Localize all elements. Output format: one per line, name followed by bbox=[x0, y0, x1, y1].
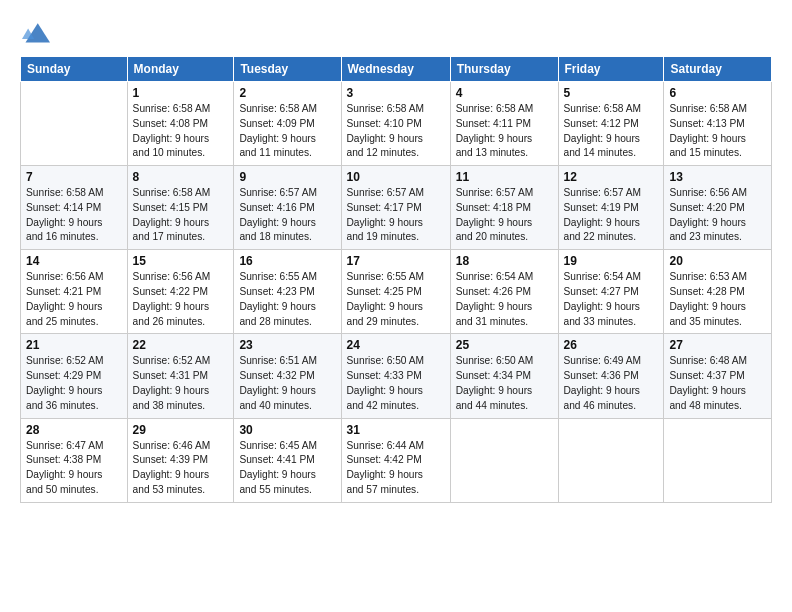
calendar-cell bbox=[664, 418, 772, 502]
calendar-cell: 7Sunrise: 6:58 AMSunset: 4:14 PMDaylight… bbox=[21, 166, 128, 250]
calendar-cell: 8Sunrise: 6:58 AMSunset: 4:15 PMDaylight… bbox=[127, 166, 234, 250]
day-info: Sunrise: 6:58 AMSunset: 4:08 PMDaylight:… bbox=[133, 102, 229, 161]
weekday-header: Saturday bbox=[664, 57, 772, 82]
day-number: 19 bbox=[564, 254, 659, 268]
calendar-cell: 13Sunrise: 6:56 AMSunset: 4:20 PMDayligh… bbox=[664, 166, 772, 250]
day-info: Sunrise: 6:52 AMSunset: 4:31 PMDaylight:… bbox=[133, 354, 229, 413]
calendar-cell: 15Sunrise: 6:56 AMSunset: 4:22 PMDayligh… bbox=[127, 250, 234, 334]
day-info: Sunrise: 6:45 AMSunset: 4:41 PMDaylight:… bbox=[239, 439, 335, 498]
calendar-cell: 16Sunrise: 6:55 AMSunset: 4:23 PMDayligh… bbox=[234, 250, 341, 334]
day-number: 8 bbox=[133, 170, 229, 184]
day-number: 7 bbox=[26, 170, 122, 184]
calendar-cell: 22Sunrise: 6:52 AMSunset: 4:31 PMDayligh… bbox=[127, 334, 234, 418]
day-info: Sunrise: 6:54 AMSunset: 4:27 PMDaylight:… bbox=[564, 270, 659, 329]
calendar-cell: 27Sunrise: 6:48 AMSunset: 4:37 PMDayligh… bbox=[664, 334, 772, 418]
day-number: 12 bbox=[564, 170, 659, 184]
day-info: Sunrise: 6:57 AMSunset: 4:19 PMDaylight:… bbox=[564, 186, 659, 245]
day-info: Sunrise: 6:58 AMSunset: 4:12 PMDaylight:… bbox=[564, 102, 659, 161]
day-number: 3 bbox=[347, 86, 445, 100]
day-info: Sunrise: 6:56 AMSunset: 4:21 PMDaylight:… bbox=[26, 270, 122, 329]
weekday-header: Monday bbox=[127, 57, 234, 82]
calendar-cell bbox=[558, 418, 664, 502]
calendar-cell: 18Sunrise: 6:54 AMSunset: 4:26 PMDayligh… bbox=[450, 250, 558, 334]
calendar-cell: 6Sunrise: 6:58 AMSunset: 4:13 PMDaylight… bbox=[664, 82, 772, 166]
calendar-cell: 21Sunrise: 6:52 AMSunset: 4:29 PMDayligh… bbox=[21, 334, 128, 418]
day-number: 27 bbox=[669, 338, 766, 352]
header bbox=[20, 18, 772, 46]
day-number: 30 bbox=[239, 423, 335, 437]
day-info: Sunrise: 6:50 AMSunset: 4:33 PMDaylight:… bbox=[347, 354, 445, 413]
day-number: 25 bbox=[456, 338, 553, 352]
day-number: 23 bbox=[239, 338, 335, 352]
day-info: Sunrise: 6:54 AMSunset: 4:26 PMDaylight:… bbox=[456, 270, 553, 329]
weekday-header: Wednesday bbox=[341, 57, 450, 82]
day-number: 11 bbox=[456, 170, 553, 184]
calendar-week-row: 7Sunrise: 6:58 AMSunset: 4:14 PMDaylight… bbox=[21, 166, 772, 250]
day-number: 26 bbox=[564, 338, 659, 352]
calendar-cell: 4Sunrise: 6:58 AMSunset: 4:11 PMDaylight… bbox=[450, 82, 558, 166]
calendar-cell bbox=[450, 418, 558, 502]
day-number: 22 bbox=[133, 338, 229, 352]
day-info: Sunrise: 6:55 AMSunset: 4:25 PMDaylight:… bbox=[347, 270, 445, 329]
day-number: 15 bbox=[133, 254, 229, 268]
day-info: Sunrise: 6:58 AMSunset: 4:10 PMDaylight:… bbox=[347, 102, 445, 161]
day-info: Sunrise: 6:50 AMSunset: 4:34 PMDaylight:… bbox=[456, 354, 553, 413]
day-info: Sunrise: 6:56 AMSunset: 4:22 PMDaylight:… bbox=[133, 270, 229, 329]
page: SundayMondayTuesdayWednesdayThursdayFrid… bbox=[0, 0, 792, 612]
calendar-cell: 30Sunrise: 6:45 AMSunset: 4:41 PMDayligh… bbox=[234, 418, 341, 502]
day-info: Sunrise: 6:57 AMSunset: 4:16 PMDaylight:… bbox=[239, 186, 335, 245]
day-info: Sunrise: 6:51 AMSunset: 4:32 PMDaylight:… bbox=[239, 354, 335, 413]
calendar-cell: 28Sunrise: 6:47 AMSunset: 4:38 PMDayligh… bbox=[21, 418, 128, 502]
day-number: 17 bbox=[347, 254, 445, 268]
day-number: 31 bbox=[347, 423, 445, 437]
calendar-cell: 10Sunrise: 6:57 AMSunset: 4:17 PMDayligh… bbox=[341, 166, 450, 250]
calendar-week-row: 28Sunrise: 6:47 AMSunset: 4:38 PMDayligh… bbox=[21, 418, 772, 502]
day-info: Sunrise: 6:56 AMSunset: 4:20 PMDaylight:… bbox=[669, 186, 766, 245]
weekday-header: Tuesday bbox=[234, 57, 341, 82]
calendar-cell: 3Sunrise: 6:58 AMSunset: 4:10 PMDaylight… bbox=[341, 82, 450, 166]
day-number: 1 bbox=[133, 86, 229, 100]
calendar-cell: 2Sunrise: 6:58 AMSunset: 4:09 PMDaylight… bbox=[234, 82, 341, 166]
logo bbox=[20, 18, 50, 46]
calendar-cell: 23Sunrise: 6:51 AMSunset: 4:32 PMDayligh… bbox=[234, 334, 341, 418]
calendar-cell: 5Sunrise: 6:58 AMSunset: 4:12 PMDaylight… bbox=[558, 82, 664, 166]
calendar-cell: 1Sunrise: 6:58 AMSunset: 4:08 PMDaylight… bbox=[127, 82, 234, 166]
day-number: 5 bbox=[564, 86, 659, 100]
day-info: Sunrise: 6:49 AMSunset: 4:36 PMDaylight:… bbox=[564, 354, 659, 413]
logo-icon bbox=[22, 18, 50, 46]
calendar-cell: 25Sunrise: 6:50 AMSunset: 4:34 PMDayligh… bbox=[450, 334, 558, 418]
day-info: Sunrise: 6:58 AMSunset: 4:15 PMDaylight:… bbox=[133, 186, 229, 245]
day-number: 2 bbox=[239, 86, 335, 100]
day-number: 29 bbox=[133, 423, 229, 437]
calendar-cell: 17Sunrise: 6:55 AMSunset: 4:25 PMDayligh… bbox=[341, 250, 450, 334]
day-info: Sunrise: 6:58 AMSunset: 4:14 PMDaylight:… bbox=[26, 186, 122, 245]
calendar-table: SundayMondayTuesdayWednesdayThursdayFrid… bbox=[20, 56, 772, 503]
calendar-cell: 31Sunrise: 6:44 AMSunset: 4:42 PMDayligh… bbox=[341, 418, 450, 502]
day-number: 4 bbox=[456, 86, 553, 100]
day-info: Sunrise: 6:53 AMSunset: 4:28 PMDaylight:… bbox=[669, 270, 766, 329]
calendar-week-row: 14Sunrise: 6:56 AMSunset: 4:21 PMDayligh… bbox=[21, 250, 772, 334]
weekday-header-row: SundayMondayTuesdayWednesdayThursdayFrid… bbox=[21, 57, 772, 82]
calendar-cell: 24Sunrise: 6:50 AMSunset: 4:33 PMDayligh… bbox=[341, 334, 450, 418]
day-info: Sunrise: 6:57 AMSunset: 4:17 PMDaylight:… bbox=[347, 186, 445, 245]
calendar-cell: 12Sunrise: 6:57 AMSunset: 4:19 PMDayligh… bbox=[558, 166, 664, 250]
day-info: Sunrise: 6:47 AMSunset: 4:38 PMDaylight:… bbox=[26, 439, 122, 498]
calendar-cell bbox=[21, 82, 128, 166]
day-number: 6 bbox=[669, 86, 766, 100]
calendar-cell: 9Sunrise: 6:57 AMSunset: 4:16 PMDaylight… bbox=[234, 166, 341, 250]
day-number: 9 bbox=[239, 170, 335, 184]
calendar-cell: 26Sunrise: 6:49 AMSunset: 4:36 PMDayligh… bbox=[558, 334, 664, 418]
calendar-cell: 14Sunrise: 6:56 AMSunset: 4:21 PMDayligh… bbox=[21, 250, 128, 334]
day-number: 21 bbox=[26, 338, 122, 352]
day-info: Sunrise: 6:44 AMSunset: 4:42 PMDaylight:… bbox=[347, 439, 445, 498]
calendar-cell: 20Sunrise: 6:53 AMSunset: 4:28 PMDayligh… bbox=[664, 250, 772, 334]
weekday-header: Thursday bbox=[450, 57, 558, 82]
day-info: Sunrise: 6:58 AMSunset: 4:13 PMDaylight:… bbox=[669, 102, 766, 161]
calendar-week-row: 1Sunrise: 6:58 AMSunset: 4:08 PMDaylight… bbox=[21, 82, 772, 166]
weekday-header: Friday bbox=[558, 57, 664, 82]
calendar-cell: 11Sunrise: 6:57 AMSunset: 4:18 PMDayligh… bbox=[450, 166, 558, 250]
day-number: 28 bbox=[26, 423, 122, 437]
day-number: 10 bbox=[347, 170, 445, 184]
day-info: Sunrise: 6:46 AMSunset: 4:39 PMDaylight:… bbox=[133, 439, 229, 498]
day-info: Sunrise: 6:52 AMSunset: 4:29 PMDaylight:… bbox=[26, 354, 122, 413]
